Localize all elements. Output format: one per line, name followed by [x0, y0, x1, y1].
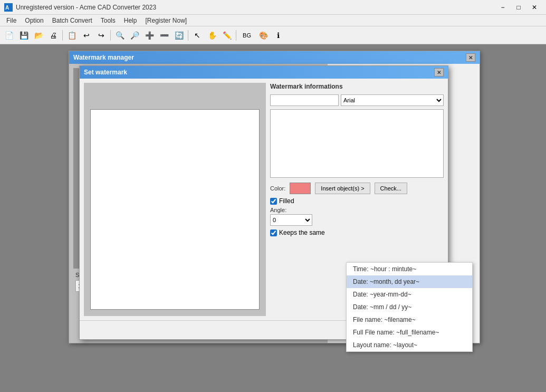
- sw-angle-label: Angle:: [270, 207, 444, 213]
- toolbar-info[interactable]: ℹ: [271, 28, 285, 42]
- dropdown-item-0[interactable]: Time: ~hour : mintute~: [347, 263, 472, 275]
- sw-insert-button[interactable]: Insert object(s) >: [315, 183, 370, 194]
- menu-register[interactable]: [Register Now]: [141, 16, 191, 25]
- toolbar-color[interactable]: 🎨: [256, 28, 270, 42]
- main-area: Watermark manager ✕ Size of the preview …: [0, 44, 546, 392]
- sw-dialog-titlebar: Set watermark ✕: [80, 66, 448, 79]
- sw-color-swatch[interactable]: [290, 183, 311, 194]
- toolbar-plus[interactable]: ➕: [142, 28, 156, 42]
- dropdown-item-5[interactable]: Full File name: ~full_filename~: [347, 326, 472, 339]
- sw-font-row: Arial: [270, 94, 444, 106]
- wm-dialog-close[interactable]: ✕: [466, 53, 475, 62]
- sw-watermark-text-area[interactable]: [270, 109, 444, 178]
- toolbar-sep-2: [110, 30, 111, 41]
- sw-filled-row: Filled: [270, 197, 444, 205]
- toolbar-pan[interactable]: ✋: [205, 28, 219, 42]
- dropdown-item-4[interactable]: File name: ~filename~: [347, 313, 472, 326]
- sw-dialog-title: Set watermark: [84, 69, 434, 76]
- toolbar-sep-1: [62, 30, 63, 41]
- toolbar: 📄 💾 📂 🖨 📋 ↩ ↪ 🔍 🔎 ➕ ➖ 🔄 ↖ ✋ ✏️ BG 🎨 ℹ: [0, 26, 546, 44]
- sw-preview-area: [84, 83, 266, 316]
- app-icon: A: [4, 3, 13, 12]
- sw-color-label: Color:: [270, 185, 285, 192]
- toolbar-minus[interactable]: ➖: [157, 28, 171, 42]
- toolbar-open[interactable]: 📂: [32, 28, 45, 42]
- toolbar-bg[interactable]: BG: [238, 28, 255, 42]
- minimize-button[interactable]: −: [495, 2, 510, 13]
- app-title: Unregistered version - Acme CAD Converte…: [16, 4, 495, 11]
- sw-filled-checkbox[interactable]: [270, 198, 277, 205]
- menu-batch-convert[interactable]: Batch Convert: [48, 16, 97, 25]
- toolbar-sep-4: [236, 30, 236, 41]
- dropdown-item-6[interactable]: Layout name: ~layout~: [347, 339, 472, 351]
- sw-font-family-select[interactable]: Arial: [341, 94, 444, 106]
- sw-keeps-row: Keeps the same: [270, 229, 444, 236]
- sw-filled-label: Filled: [279, 197, 294, 205]
- menu-file[interactable]: File: [2, 16, 21, 25]
- sw-color-row: Color: Insert object(s) > Check...: [270, 183, 444, 194]
- toolbar-new[interactable]: 📄: [2, 28, 16, 42]
- toolbar-rotate[interactable]: 🔄: [172, 28, 186, 42]
- menubar: File Option Batch Convert Tools Help [Re…: [0, 15, 546, 26]
- insert-dropdown-menu: Time: ~hour : mintute~ Date: ~month, dd …: [346, 262, 473, 352]
- toolbar-undo[interactable]: ↩: [80, 28, 93, 42]
- window-controls: − □ ✕: [495, 2, 542, 13]
- sw-dialog-close[interactable]: ✕: [434, 68, 444, 77]
- toolbar-sep-3: [188, 30, 188, 41]
- wm-dialog-titlebar: Watermark manager ✕: [69, 51, 480, 64]
- dropdown-item-1[interactable]: Date: ~month, dd year~: [347, 275, 472, 288]
- dropdown-item-3[interactable]: Date: ~mm / dd / yy~: [347, 301, 472, 313]
- maximize-button[interactable]: □: [511, 2, 526, 13]
- titlebar: A Unregistered version - Acme CAD Conver…: [0, 0, 546, 15]
- menu-tools[interactable]: Tools: [97, 16, 120, 25]
- sw-check-button[interactable]: Check...: [375, 183, 407, 194]
- toolbar-print[interactable]: 🖨: [46, 28, 60, 42]
- toolbar-select[interactable]: ↖: [190, 28, 204, 42]
- toolbar-draw[interactable]: ✏️: [220, 28, 234, 42]
- toolbar-zoom-in[interactable]: 🔍: [113, 28, 127, 42]
- sw-angle-select[interactable]: 0: [270, 214, 312, 226]
- sw-preview-inner: [90, 109, 260, 310]
- sw-keeps-label: Keeps the same: [279, 229, 325, 236]
- dropdown-item-2[interactable]: Date: ~year-mm-dd~: [347, 288, 472, 301]
- set-watermark-dialog: Set watermark ✕ Watermark informations A…: [79, 65, 448, 340]
- sw-info-title: Watermark informations: [270, 83, 444, 90]
- sw-angle-row: Angle: 0: [270, 207, 444, 226]
- svg-text:A: A: [5, 5, 9, 11]
- close-button[interactable]: ✕: [527, 2, 542, 13]
- sw-keeps-checkbox[interactable]: [270, 230, 277, 236]
- menu-option[interactable]: Option: [21, 16, 47, 25]
- toolbar-copy[interactable]: 📋: [65, 28, 79, 42]
- menu-help[interactable]: Help: [120, 16, 141, 25]
- toolbar-redo[interactable]: ↪: [94, 28, 108, 42]
- toolbar-save[interactable]: 💾: [17, 28, 31, 42]
- toolbar-zoom-out[interactable]: 🔎: [128, 28, 141, 42]
- wm-dialog-title: Watermark manager: [73, 54, 466, 61]
- sw-font-text-input[interactable]: [270, 94, 339, 106]
